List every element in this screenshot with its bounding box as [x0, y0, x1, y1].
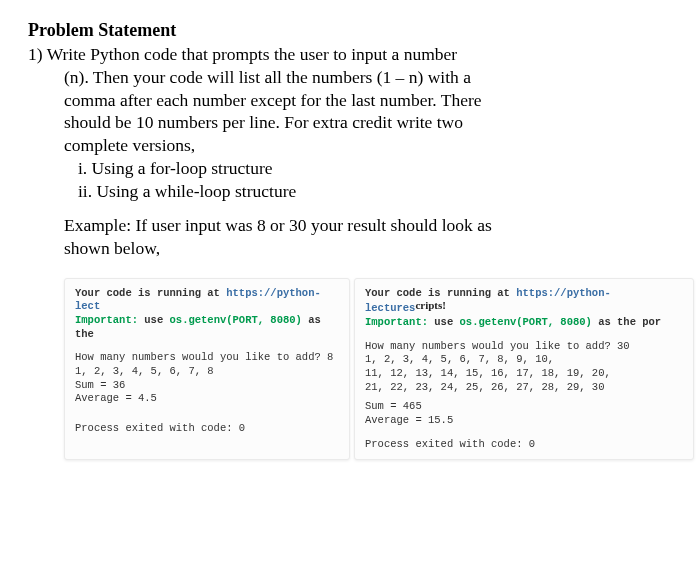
- output-panels: Your code is running at https://python-l…: [28, 278, 672, 460]
- sum-line: Sum = 36: [75, 379, 339, 393]
- exit-line: Process exited with code: 0: [365, 438, 683, 452]
- prompt-line: How many numbers would you like to add? …: [75, 351, 339, 365]
- problem-line-5: complete versions,: [28, 134, 672, 157]
- output-left: Your code is running at https://python-l…: [64, 278, 350, 460]
- cripts-overlay: cripts!: [415, 299, 446, 311]
- avg-line: Average = 4.5: [75, 392, 339, 406]
- numbers-row-1: 1, 2, 3, 4, 5, 6, 7, 8: [75, 365, 339, 379]
- output-right: Your code is running at https://python-l…: [354, 278, 694, 460]
- problem-line-3: comma after each number except for the l…: [28, 89, 672, 112]
- item-number: 1): [28, 44, 47, 64]
- subitem-i: i. Using a for-loop structure: [28, 157, 672, 180]
- problem-line-1: 1) Write Python code that prompts the us…: [28, 43, 672, 66]
- numbers-row-1: 1, 2, 3, 4, 5, 6, 7, 8, 9, 10,: [365, 353, 683, 367]
- run-line-1: Your code is running at https://python-l…: [365, 287, 683, 316]
- avg-line: Average = 15.5: [365, 414, 683, 428]
- run-line-2: Important: use os.getenv(PORT, 8080) as …: [365, 316, 683, 330]
- prompt-line: How many numbers would you like to add? …: [365, 340, 683, 354]
- sum-line: Sum = 465: [365, 400, 683, 414]
- problem-line-2: (n). Then your code will list all the nu…: [28, 66, 672, 89]
- numbers-row-2: 11, 12, 13, 14, 15, 16, 17, 18, 19, 20,: [365, 367, 683, 381]
- example-line-1: Example: If user input was 8 or 30 your …: [28, 214, 672, 237]
- subitem-ii: ii. Using a while-loop structure: [28, 180, 672, 203]
- run-line-1: Your code is running at https://python-l…: [75, 287, 339, 314]
- problem-line-4: should be 10 numbers per line. For extra…: [28, 111, 672, 134]
- example-line-2: shown below,: [28, 237, 672, 260]
- numbers-row-3: 21, 22, 23, 24, 25, 26, 27, 28, 29, 30: [365, 381, 683, 395]
- run-line-2: Important: use os.getenv(PORT, 8080) as …: [75, 314, 339, 341]
- problem-heading: Problem Statement: [28, 20, 672, 41]
- exit-line: Process exited with code: 0: [75, 422, 339, 436]
